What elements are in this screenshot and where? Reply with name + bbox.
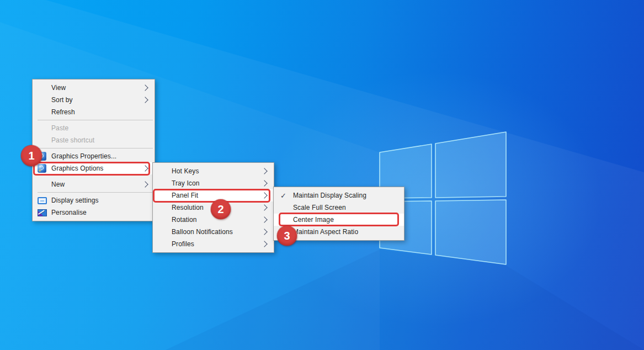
menu-item-gutter	[33, 164, 51, 173]
submenu-arrow-icon	[261, 204, 267, 210]
menu-item-paste[interactable]: Paste	[33, 122, 155, 134]
menu-item-label: Resolution	[172, 204, 204, 211]
submenu-arrow-icon	[142, 181, 148, 187]
menu-item-maintain-display-scaling[interactable]: Maintain Display Scaling	[274, 189, 404, 201]
menu-item-hot-keys[interactable]: Hot Keys	[153, 165, 274, 177]
menu-item-label: Refresh	[51, 108, 75, 116]
windows-logo-pane	[435, 132, 506, 198]
menu-separator	[38, 192, 153, 193]
submenu-arrow-icon	[261, 180, 267, 186]
menu-item-refresh[interactable]: Refresh	[33, 106, 155, 118]
menu-item-rotation[interactable]: Rotation	[153, 214, 274, 226]
menu-item-balloon-notifications[interactable]: Balloon Notifications	[153, 226, 274, 238]
menu-item-gutter	[33, 152, 51, 161]
submenu-arrow-icon	[142, 165, 148, 171]
panel-fit-submenu: Maintain Display ScalingScale Full Scree…	[273, 187, 405, 241]
intel-graphics-icon	[38, 164, 46, 173]
menu-item-resolution[interactable]: Resolution	[153, 201, 274, 214]
menu-item-graphics-options[interactable]: Graphics Options	[33, 162, 155, 174]
menu-separator	[38, 148, 153, 149]
menu-item-label: Rotation	[172, 216, 197, 224]
menu-item-sort-by[interactable]: Sort by	[33, 94, 155, 106]
menu-item-personalise[interactable]: Personalise	[33, 206, 155, 219]
menu-item-label: Profiles	[172, 240, 194, 248]
submenu-arrow-icon	[261, 241, 267, 247]
menu-item-display-settings[interactable]: Display settings	[33, 194, 155, 206]
windows-logo-pane	[435, 200, 506, 264]
intel-graphics-icon	[38, 152, 46, 161]
menu-item-label: Center Image	[293, 216, 334, 224]
menu-item-label: New	[51, 181, 65, 188]
submenu-arrow-icon	[261, 216, 267, 222]
menu-item-panel-fit[interactable]: Panel Fit	[153, 189, 274, 201]
menu-item-gutter	[274, 192, 293, 199]
submenu-arrow-icon	[142, 84, 148, 91]
checkmark-icon	[280, 192, 286, 199]
menu-item-label: Personalise	[51, 209, 87, 216]
personalise-icon	[38, 209, 47, 216]
menu-item-tray-icon[interactable]: Tray Icon	[153, 177, 274, 189]
menu-item-label: Graphics Options	[51, 165, 103, 172]
desktop-context-menu: ViewSort byRefreshPastePaste shortcutGra…	[32, 79, 155, 221]
display-icon	[38, 197, 47, 204]
menu-item-label: Sort by	[51, 96, 73, 104]
graphics-options-submenu: Hot KeysTray IconPanel FitResolutionRota…	[152, 162, 274, 253]
menu-item-graphics-properties[interactable]: Graphics Properties...	[33, 150, 155, 162]
submenu-arrow-icon	[261, 192, 267, 198]
menu-item-gutter	[33, 209, 51, 216]
menu-item-label: Panel Fit	[172, 192, 198, 199]
menu-item-label: View	[51, 84, 66, 92]
menu-item-label: Tray Icon	[172, 179, 199, 187]
menu-spacer	[33, 174, 155, 178]
menu-item-label: Maintain Aspect Ratio	[293, 228, 358, 236]
menu-item-paste-shortcut[interactable]: Paste shortcut	[33, 134, 155, 146]
menu-item-label: Maintain Display Scaling	[293, 192, 366, 199]
menu-item-new[interactable]: New	[33, 178, 155, 190]
menu-item-label: Scale Full Screen	[293, 204, 346, 211]
menu-item-label: Paste shortcut	[51, 136, 94, 144]
menu-item-label: Graphics Properties...	[51, 152, 116, 160]
menu-item-label: Balloon Notifications	[172, 228, 233, 236]
submenu-arrow-icon	[261, 168, 267, 174]
menu-item-view[interactable]: View	[33, 82, 155, 94]
menu-item-scale-full-screen[interactable]: Scale Full Screen	[274, 201, 404, 214]
menu-separator	[38, 120, 153, 120]
menu-item-profiles[interactable]: Profiles	[153, 238, 274, 250]
menu-item-maintain-aspect-ratio[interactable]: Maintain Aspect Ratio	[274, 226, 404, 238]
menu-item-gutter	[33, 197, 51, 204]
menu-item-label: Display settings	[51, 197, 99, 204]
submenu-arrow-icon	[142, 97, 148, 103]
desktop-wallpaper[interactable]: ViewSort byRefreshPastePaste shortcutGra…	[0, 0, 644, 350]
menu-item-center-image[interactable]: Center Image	[274, 214, 404, 226]
menu-item-label: Paste	[51, 124, 68, 132]
menu-item-label: Hot Keys	[172, 167, 199, 175]
submenu-arrow-icon	[261, 229, 267, 235]
